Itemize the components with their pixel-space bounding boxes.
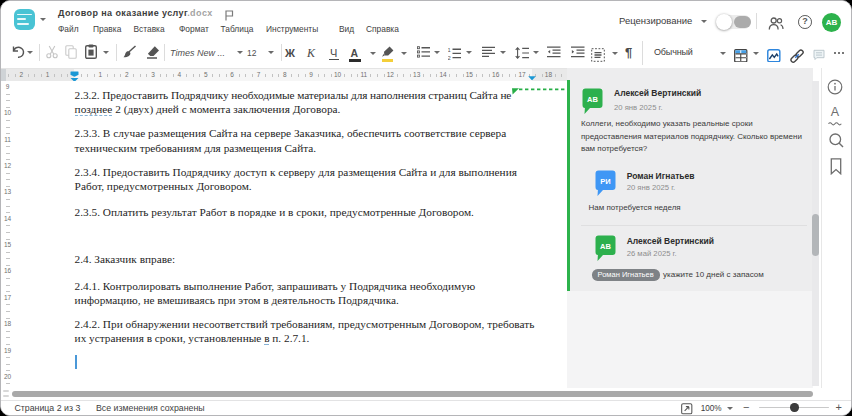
- svg-text:РИ: РИ: [600, 177, 610, 186]
- svg-text:АВ: АВ: [600, 242, 611, 251]
- svg-text:АВ: АВ: [587, 95, 598, 104]
